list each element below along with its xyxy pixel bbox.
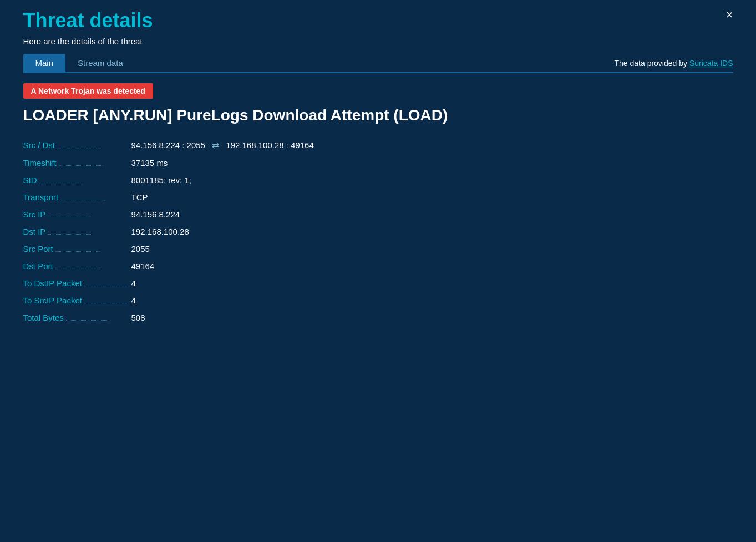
detail-label-text: Total Bytes <box>23 313 64 322</box>
detail-label-text: Dst Port <box>23 261 53 271</box>
dst-address: 192.168.100.28 : 49164 <box>226 140 313 150</box>
detail-label-text: Src / Dst <box>23 140 55 150</box>
detail-label-text: Src Port <box>23 244 53 254</box>
page-subtitle: Here are the details of the threat <box>23 37 733 46</box>
dots-separator <box>66 320 110 321</box>
table-row: Src / Dst94.156.8.224 : 2055 ⇄ 192.168.1… <box>23 140 733 150</box>
dots-separator <box>84 286 129 286</box>
detail-value: 4 <box>131 296 136 305</box>
dots-separator <box>55 251 100 252</box>
dots-separator <box>57 148 102 148</box>
detail-value: 192.168.100.28 <box>131 227 189 236</box>
threat-title: LOADER [ANY.RUN] PureLogs Download Attem… <box>23 107 733 124</box>
dots-separator <box>48 217 92 217</box>
provider-link[interactable]: Suricata IDS <box>689 59 733 68</box>
src-address: 94.156.8.224 : 2055 <box>131 140 205 150</box>
detail-label-text: Timeshift <box>23 158 57 168</box>
detail-value: 4 <box>131 278 136 288</box>
detail-value: 2055 <box>131 244 150 254</box>
tabs-container: Main Stream data <box>23 54 135 72</box>
table-row: Timeshift37135 ms <box>23 158 733 168</box>
close-button[interactable]: × <box>726 9 733 21</box>
provider-prefix: The data provided by <box>614 59 687 68</box>
details-table: Src / Dst94.156.8.224 : 2055 ⇄ 192.168.1… <box>23 140 733 322</box>
tab-stream[interactable]: Stream data <box>65 54 135 73</box>
detail-label-text: Dst IP <box>23 227 46 236</box>
table-row: Src Port2055 <box>23 244 733 254</box>
table-row: TransportTCP <box>23 193 733 202</box>
page-title: Threat details <box>23 9 733 32</box>
table-row: Total Bytes508 <box>23 313 733 322</box>
detail-value: 94.156.8.224 : 2055 ⇄ 192.168.100.28 : 4… <box>131 140 314 150</box>
detail-value: TCP <box>131 193 148 202</box>
dots-separator <box>60 200 105 200</box>
dots-separator <box>48 234 92 235</box>
transfer-icon: ⇄ <box>212 140 219 150</box>
dots-separator <box>84 303 129 303</box>
provider-info: The data provided by Suricata IDS <box>614 59 733 68</box>
detail-value: 8001185; rev: 1; <box>131 175 191 185</box>
dots-separator <box>39 183 84 183</box>
detail-value: 508 <box>131 313 145 322</box>
table-row: To SrcIP Packet4 <box>23 296 733 305</box>
detail-label-text: Transport <box>23 193 59 202</box>
alert-badge: A Network Trojan was detected <box>23 83 153 99</box>
dots-separator <box>55 269 100 269</box>
detail-label-text: Src IP <box>23 210 46 219</box>
tabs-row: Main Stream data The data provided by Su… <box>23 54 733 73</box>
detail-label-text: SID <box>23 175 37 185</box>
table-row: Src IP94.156.8.224 <box>23 210 733 219</box>
table-row: To DstIP Packet4 <box>23 278 733 288</box>
table-row: Dst Port49164 <box>23 261 733 271</box>
detail-label-text: To SrcIP Packet <box>23 296 82 305</box>
dots-separator <box>59 165 103 166</box>
table-row: Dst IP192.168.100.28 <box>23 227 733 236</box>
detail-value: 49164 <box>131 261 155 271</box>
detail-value: 94.156.8.224 <box>131 210 180 219</box>
table-row: SID8001185; rev: 1; <box>23 175 733 185</box>
detail-label-text: To DstIP Packet <box>23 278 82 288</box>
detail-value: 37135 ms <box>131 158 168 168</box>
tab-main[interactable]: Main <box>23 54 66 73</box>
